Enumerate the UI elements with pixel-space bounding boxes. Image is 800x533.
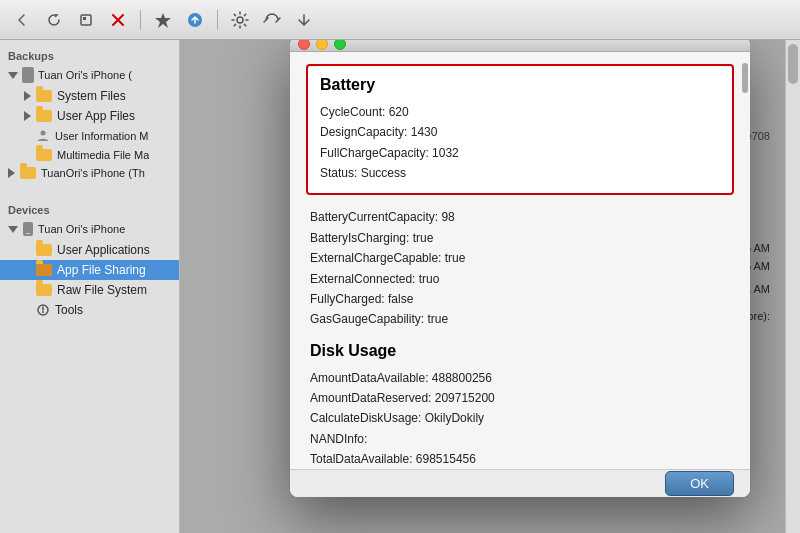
- sidebar: Backups Tuan Ori's iPhone ( System Files…: [0, 40, 180, 533]
- modal-overlay: Battery CycleCount: 620 DesignCapacity: …: [180, 40, 800, 533]
- ok-button[interactable]: OK: [665, 471, 734, 496]
- expand-icon: [8, 168, 15, 178]
- battery-extra-2: ExternalChargeCapable: true: [310, 248, 730, 268]
- folder-icon: [36, 110, 52, 122]
- close-button[interactable]: [298, 40, 310, 50]
- dialog-scroll-thumb: [742, 63, 748, 93]
- main-panel: e9d3d93be708 11:24:36 AM 11:24:36 AM 11:…: [180, 40, 800, 533]
- sidebar-item-tools[interactable]: Tools: [0, 300, 179, 320]
- sync-button[interactable]: [258, 6, 286, 34]
- sidebar-item-user-applications[interactable]: User Applications: [0, 240, 179, 260]
- upload-button[interactable]: [181, 6, 209, 34]
- svg-marker-4: [155, 13, 171, 28]
- settings-button[interactable]: [226, 6, 254, 34]
- phone-icon: [22, 67, 34, 83]
- star-button[interactable]: [149, 6, 177, 34]
- minimize-button[interactable]: [316, 40, 328, 50]
- dialog-content[interactable]: Battery CycleCount: 620 DesignCapacity: …: [290, 52, 750, 469]
- folder-icon: [36, 90, 52, 102]
- battery-extra-section: BatteryCurrentCapacity: 98 BatteryIsChar…: [306, 207, 734, 329]
- refresh-button[interactable]: [40, 6, 68, 34]
- folder-icon: [20, 167, 36, 179]
- expand-icon: [24, 91, 31, 101]
- dialog-scrollbar[interactable]: [740, 59, 750, 457]
- battery-title: Battery: [320, 76, 720, 94]
- sidebar-item-user-info[interactable]: User Information M: [0, 126, 179, 146]
- sidebar-item-user-app-files[interactable]: User App Files: [0, 106, 179, 126]
- sidebar-label: User Applications: [57, 243, 150, 257]
- sidebar-item-iphone-backup-2[interactable]: TuanOri's iPhone (Th: [0, 164, 179, 182]
- battery-extra-4: FullyCharged: false: [310, 289, 730, 309]
- sidebar-item-device[interactable]: Tuan Ori's iPhone: [0, 218, 179, 240]
- scrollbar-thumb: [788, 44, 798, 84]
- disk-line-3: NANDInfo:: [310, 429, 730, 449]
- folder-icon: [36, 244, 52, 256]
- battery-extra-0: BatteryCurrentCapacity: 98: [310, 207, 730, 227]
- sidebar-label: System Files: [57, 89, 126, 103]
- battery-extra-3: ExternalConnected: truo: [310, 269, 730, 289]
- expand-icon: [8, 226, 18, 233]
- svg-point-6: [237, 17, 243, 23]
- svg-point-12: [42, 311, 44, 313]
- disk-usage-section: Disk Usage AmountDataAvailable: 48880025…: [306, 342, 734, 469]
- stop-button[interactable]: [104, 6, 132, 34]
- sidebar-label: TuanOri's iPhone (Th: [41, 167, 145, 179]
- expand-icon: [8, 72, 18, 79]
- backups-section-header: Backups: [0, 44, 179, 64]
- sidebar-label: Multimedia File Ma: [57, 149, 149, 161]
- maximize-button[interactable]: [334, 40, 346, 50]
- sidebar-label: Raw File System: [57, 283, 147, 297]
- battery-extra-1: BatteryIsCharging: true: [310, 228, 730, 248]
- phone-icon: [22, 221, 34, 237]
- home-button[interactable]: [72, 6, 100, 34]
- sidebar-item-system-files[interactable]: System Files: [0, 86, 179, 106]
- svg-point-7: [41, 131, 46, 136]
- disk-line-0: AmountDataAvailable: 488800256: [310, 368, 730, 388]
- sidebar-item-raw-file-system[interactable]: Raw File System: [0, 280, 179, 300]
- content-area: Backups Tuan Ori's iPhone ( System Files…: [0, 40, 800, 533]
- battery-line-0: CycleCount: 620: [320, 102, 720, 122]
- battery-extra-5: GasGaugeCapability: true: [310, 309, 730, 329]
- sidebar-label: Tuan Ori's iPhone (: [38, 69, 132, 81]
- tools-icon: [36, 303, 50, 317]
- svg-rect-1: [83, 17, 86, 20]
- sidebar-item-multimedia[interactable]: Multimedia File Ma: [0, 146, 179, 164]
- sidebar-label: User App Files: [57, 109, 135, 123]
- dialog-footer: OK: [290, 469, 750, 497]
- toolbar-separator-2: [217, 10, 218, 30]
- folder-icon: [36, 284, 52, 296]
- folder-icon: [36, 264, 52, 276]
- sidebar-label: App File Sharing: [57, 263, 146, 277]
- back-button[interactable]: [8, 6, 36, 34]
- app-window: Backups Tuan Ori's iPhone ( System Files…: [0, 0, 800, 533]
- sidebar-label: Tools: [55, 303, 83, 317]
- dialog-titlebar: [290, 40, 750, 52]
- sidebar-label: User Information M: [55, 130, 149, 142]
- disk-line-4: TotalDataAvailable: 698515456: [310, 449, 730, 469]
- folder-icon: [36, 149, 52, 161]
- devices-section-header: Devices: [0, 198, 179, 218]
- sidebar-item-app-file-sharing[interactable]: App File Sharing: [0, 260, 179, 280]
- toolbar-separator-1: [140, 10, 141, 30]
- info-dialog: Battery CycleCount: 620 DesignCapacity: …: [290, 40, 750, 497]
- expand-icon: [24, 111, 31, 121]
- battery-line-3: Status: Success: [320, 163, 720, 183]
- export-button[interactable]: [290, 6, 318, 34]
- svg-rect-9: [26, 233, 30, 234]
- disk-usage-title: Disk Usage: [310, 342, 730, 360]
- battery-highlighted-section: Battery CycleCount: 620 DesignCapacity: …: [306, 64, 734, 196]
- sidebar-item-iphone-backup-1[interactable]: Tuan Ori's iPhone (: [0, 64, 179, 86]
- person-icon: [36, 129, 50, 143]
- disk-line-2: CalculateDiskUsage: OkilyDokily: [310, 408, 730, 428]
- main-scrollbar[interactable]: [785, 40, 800, 533]
- battery-line-2: FullChargeCapacity: 1032: [320, 143, 720, 163]
- sidebar-label: Tuan Ori's iPhone: [38, 223, 125, 235]
- toolbar: [0, 0, 800, 40]
- battery-line-1: DesignCapacity: 1430: [320, 122, 720, 142]
- disk-line-1: AmountDataReserved: 209715200: [310, 388, 730, 408]
